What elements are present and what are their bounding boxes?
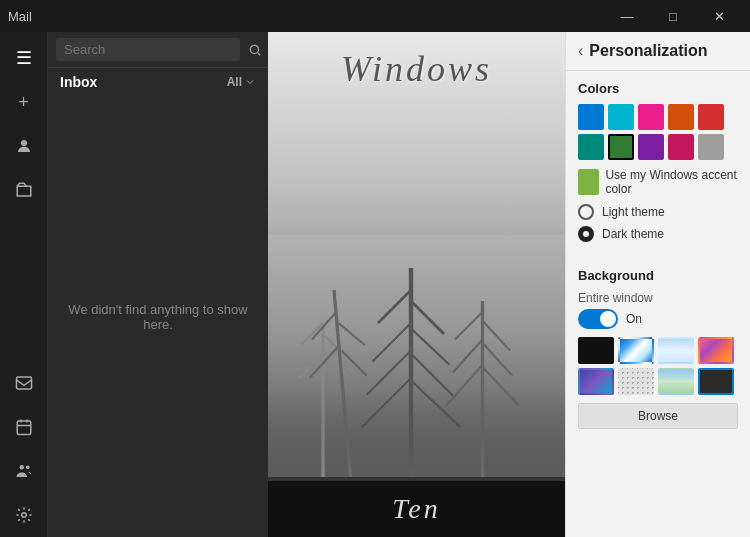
svg-rect-2 bbox=[17, 421, 31, 435]
light-theme-option[interactable]: Light theme bbox=[578, 204, 738, 220]
bg-thumb-clouds[interactable] bbox=[658, 337, 694, 364]
browse-button[interactable]: Browse bbox=[578, 403, 738, 429]
color-swatch-teal2[interactable] bbox=[578, 134, 604, 160]
toggle-label: On bbox=[626, 312, 642, 326]
back-button[interactable]: ‹ bbox=[578, 42, 583, 60]
window-controls: — □ ✕ bbox=[604, 0, 742, 32]
color-swatch-purple[interactable] bbox=[638, 134, 664, 160]
toggle-thumb bbox=[600, 311, 616, 327]
folder-label: Inbox bbox=[60, 74, 97, 90]
search-button[interactable] bbox=[244, 41, 266, 59]
minimize-button[interactable]: — bbox=[604, 0, 650, 32]
empty-state-message: We didn't find anything to show here. bbox=[48, 96, 268, 537]
preview-bottom-text: Ten bbox=[392, 493, 440, 525]
app-body: ☰ + bbox=[0, 32, 750, 537]
folders-icon[interactable] bbox=[4, 170, 44, 210]
color-swatch-pink[interactable] bbox=[638, 104, 664, 130]
preview-top-text: Windows bbox=[341, 32, 492, 90]
preview-panel: Windows bbox=[268, 32, 565, 537]
background-section: Background Entire window On Browse bbox=[566, 258, 750, 439]
accent-color-row[interactable]: Use my Windows accent color bbox=[578, 168, 738, 196]
svg-point-0 bbox=[21, 140, 27, 146]
entire-window-label: Entire window bbox=[578, 291, 738, 305]
svg-rect-1 bbox=[16, 377, 31, 389]
bg-thumb-blue-sky[interactable] bbox=[618, 337, 654, 364]
toggle-row: On bbox=[578, 309, 738, 329]
accounts-icon[interactable] bbox=[4, 126, 44, 166]
hamburger-menu-icon[interactable]: ☰ bbox=[4, 38, 44, 78]
color-swatch-red[interactable] bbox=[698, 104, 724, 130]
background-toggle[interactable] bbox=[578, 309, 618, 329]
compose-icon[interactable]: + bbox=[4, 82, 44, 122]
personalization-panel: ‹ Personalization Colors Use my Windows … bbox=[565, 32, 750, 537]
color-swatch-magenta[interactable] bbox=[668, 134, 694, 160]
light-theme-label: Light theme bbox=[602, 205, 665, 219]
bg-thumb-dark-selected[interactable] bbox=[698, 368, 734, 395]
calendar-icon[interactable] bbox=[4, 407, 44, 447]
color-swatch-blue[interactable] bbox=[578, 104, 604, 130]
bg-thumb-purple[interactable] bbox=[578, 368, 614, 395]
panel-title: Personalization bbox=[589, 42, 707, 60]
colors-section: Colors Use my Windows accent color Light bbox=[566, 71, 750, 258]
svg-point-6 bbox=[250, 45, 258, 53]
bg-thumb-black[interactable] bbox=[578, 337, 614, 364]
background-grid bbox=[578, 337, 738, 395]
color-swatch-teal[interactable] bbox=[608, 104, 634, 130]
panel-header: ‹ Personalization bbox=[566, 32, 750, 71]
dark-theme-label: Dark theme bbox=[602, 227, 664, 241]
accent-label: Use my Windows accent color bbox=[605, 168, 738, 196]
settings-icon[interactable] bbox=[4, 495, 44, 535]
mail-panel: Inbox All We didn't find anything to sho… bbox=[48, 32, 268, 537]
bg-thumb-mountains[interactable] bbox=[658, 368, 694, 395]
title-bar: Mail — □ ✕ bbox=[0, 0, 750, 32]
colors-section-title: Colors bbox=[578, 81, 738, 96]
app-title: Mail bbox=[8, 9, 32, 24]
svg-rect-34 bbox=[268, 389, 565, 477]
bg-thumb-dots[interactable] bbox=[618, 368, 654, 395]
nav-sidebar: ☰ + bbox=[0, 32, 48, 537]
search-bar bbox=[48, 32, 268, 68]
svg-point-4 bbox=[25, 465, 29, 469]
search-input[interactable] bbox=[56, 38, 240, 61]
dark-theme-option[interactable]: Dark theme bbox=[578, 226, 738, 242]
background-section-title: Background bbox=[578, 268, 738, 283]
preview-background: Windows bbox=[268, 32, 565, 537]
close-button[interactable]: ✕ bbox=[696, 0, 742, 32]
color-swatch-green[interactable] bbox=[608, 134, 634, 160]
svg-point-5 bbox=[21, 513, 26, 518]
maximize-button[interactable]: □ bbox=[650, 0, 696, 32]
light-theme-radio bbox=[578, 204, 594, 220]
color-swatch-gray[interactable] bbox=[698, 134, 724, 160]
folder-filter[interactable]: All bbox=[227, 75, 256, 89]
folder-bar: Inbox All bbox=[48, 68, 268, 96]
accent-swatch bbox=[578, 169, 599, 195]
bg-thumb-abstract[interactable] bbox=[698, 337, 734, 364]
color-grid bbox=[578, 104, 738, 160]
dark-theme-radio bbox=[578, 226, 594, 242]
svg-point-3 bbox=[19, 465, 24, 470]
preview-bottom-area: Ten bbox=[268, 481, 565, 537]
color-swatch-orange[interactable] bbox=[668, 104, 694, 130]
email-icon[interactable] bbox=[4, 363, 44, 403]
people-icon[interactable] bbox=[4, 451, 44, 491]
